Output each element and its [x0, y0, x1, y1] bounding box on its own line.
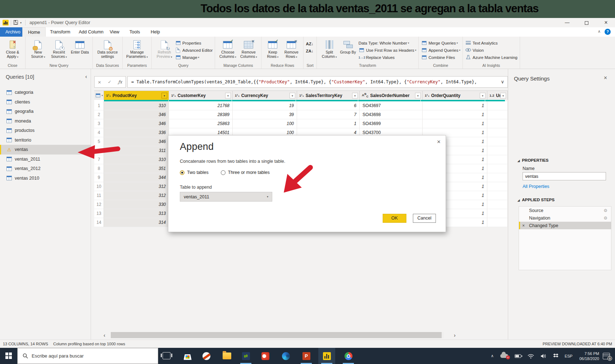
- column-header-SalesOrderNumber[interactable]: ABCSalesOrderNumber▾: [360, 91, 423, 100]
- table-cell[interactable]: 1: [297, 119, 360, 128]
- gear-icon[interactable]: ⚙: [603, 208, 607, 213]
- refresh-preview-button[interactable]: ↻ Refresh Preview▾: [154, 38, 175, 59]
- table-cell[interactable]: [487, 110, 508, 119]
- cancel-button[interactable]: Cancel: [413, 214, 436, 223]
- language-indicator[interactable]: ESP: [565, 354, 573, 358]
- taskbar-power-bi-button[interactable]: [318, 348, 335, 364]
- row-number[interactable]: 7: [94, 155, 104, 164]
- table-cell[interactable]: 1: [423, 119, 487, 128]
- start-button[interactable]: [0, 348, 17, 364]
- table-cell[interactable]: 313: [104, 209, 169, 218]
- ok-button[interactable]: OK: [383, 214, 406, 223]
- taskbar-powerpoint-button[interactable]: P: [298, 348, 315, 364]
- filter-dropdown-icon[interactable]: ▾: [500, 93, 506, 98]
- taskbar-app-button[interactable]: ⇄: [237, 348, 254, 364]
- table-cell[interactable]: [487, 128, 508, 137]
- row-number[interactable]: 5: [94, 137, 104, 146]
- sort-descending-button[interactable]: ZA↓: [306, 47, 313, 55]
- taskbar-clock[interactable]: 7:56 PM 06/18/2020: [579, 351, 599, 361]
- column-header-OrderQuantity[interactable]: 1²₃OrderQuantity▾: [423, 91, 487, 100]
- row-number[interactable]: 9: [94, 173, 104, 182]
- table-cell[interactable]: 346: [104, 110, 169, 119]
- tab-help[interactable]: Help: [145, 27, 165, 37]
- applied-step-Changed-Type[interactable]: ×Changed Type: [519, 222, 611, 229]
- table-cell[interactable]: SO43697: [360, 101, 423, 110]
- filter-dropdown-icon[interactable]: ▾: [225, 93, 231, 98]
- tab-view[interactable]: View: [104, 27, 125, 37]
- column-header-SalesTerritoryKey[interactable]: 1²₃SalesTerritoryKey▾: [297, 91, 360, 100]
- query-item-geografia[interactable]: geografia: [0, 107, 91, 116]
- split-column-button[interactable]: Split Column▾: [319, 38, 340, 59]
- filter-dropdown-icon[interactable]: ▾: [290, 93, 295, 98]
- scroll-left-icon[interactable]: ‹: [104, 332, 105, 338]
- group-by-button[interactable]: Group By: [340, 38, 356, 54]
- query-item-ventas[interactable]: ⚠ventas: [0, 145, 91, 155]
- collapse-queries-panel-icon[interactable]: ‹: [85, 73, 87, 79]
- table-cell[interactable]: 7: [297, 110, 360, 119]
- table-corner-button[interactable]: ▾: [94, 91, 104, 100]
- table-cell[interactable]: [487, 155, 508, 164]
- battery-icon[interactable]: [515, 354, 521, 358]
- manage-button[interactable]: Manage▾: [175, 54, 213, 61]
- new-source-button[interactable]: New Source▾: [28, 38, 49, 59]
- scroll-right-icon[interactable]: ›: [454, 332, 456, 338]
- save-icon[interactable]: [13, 20, 18, 25]
- azure-ml-button[interactable]: Azure Machine Learning: [465, 54, 518, 61]
- applied-steps-section-header[interactable]: ◢APPLIED STEPS: [518, 198, 555, 202]
- row-number[interactable]: 4: [94, 128, 104, 137]
- row-number[interactable]: 3: [94, 119, 104, 128]
- combine-files-button[interactable]: Combine Files: [421, 54, 460, 61]
- table-cell[interactable]: 21768: [169, 101, 233, 110]
- table-cell[interactable]: [487, 119, 508, 128]
- keep-rows-button[interactable]: ✓ Keep Rows▾: [264, 38, 282, 59]
- table-cell[interactable]: 311: [104, 146, 169, 155]
- query-item-ventas_2011[interactable]: ventas_2011: [0, 155, 91, 164]
- text-analytics-button[interactable]: Text Analytics: [465, 40, 518, 47]
- taskbar-search[interactable]: Escribe aquí para buscar: [17, 348, 158, 364]
- formula-bar[interactable]: = Table.TransformColumnTypes(ventas_2010…: [127, 76, 508, 88]
- row-number[interactable]: 2: [94, 110, 104, 119]
- row-number[interactable]: 6: [94, 146, 104, 155]
- table-cell[interactable]: 310: [104, 155, 169, 164]
- filter-dropdown-icon[interactable]: ▾: [415, 93, 421, 98]
- wifi-icon[interactable]: [528, 354, 534, 359]
- filter-dropdown-icon[interactable]: ▾: [480, 93, 486, 98]
- table-cell[interactable]: 312: [104, 182, 169, 191]
- query-settings-close-icon[interactable]: ×: [604, 75, 607, 81]
- two-tables-radio[interactable]: [180, 170, 184, 175]
- table-cell[interactable]: [487, 101, 508, 110]
- three-or-more-tables-label[interactable]: Three or more tables: [228, 170, 270, 175]
- gear-icon[interactable]: ⚙: [603, 216, 607, 221]
- row-number[interactable]: 12: [94, 200, 104, 209]
- column-header-CurrencyKey[interactable]: 1²₃CurrencyKey▾: [233, 91, 297, 100]
- volume-icon[interactable]: [541, 354, 547, 359]
- table-cell[interactable]: 1: [423, 110, 487, 119]
- taskbar-office-button[interactable]: [257, 348, 274, 364]
- table-cell[interactable]: 310: [104, 101, 169, 110]
- table-cell[interactable]: 336: [104, 128, 169, 137]
- table-cell[interactable]: 28389: [169, 110, 233, 119]
- query-item-categoria[interactable]: categoria: [0, 88, 91, 97]
- collapse-ribbon-icon[interactable]: ∧: [598, 29, 601, 34]
- remove-rows-button[interactable]: × Remove Rows▾: [282, 38, 301, 59]
- query-name-input[interactable]: [523, 172, 606, 180]
- table-cell[interactable]: 330: [104, 200, 169, 209]
- close-apply-button[interactable]: ×↑ Close & Apply▾: [2, 38, 23, 59]
- table-cell[interactable]: [487, 173, 508, 182]
- recent-sources-button[interactable]: Recent Sources▾: [49, 38, 69, 59]
- row-number[interactable]: 8: [94, 164, 104, 173]
- tab-transform[interactable]: Transform: [45, 27, 76, 37]
- row-number[interactable]: 11: [94, 191, 104, 200]
- taskbar-edge-button[interactable]: [277, 348, 294, 364]
- notification-center-icon[interactable]: 9: [603, 353, 610, 359]
- all-properties-link[interactable]: All Properties: [523, 184, 549, 189]
- task-view-icon[interactable]: [163, 352, 170, 359]
- query-item-territorio[interactable]: territorio: [0, 135, 91, 145]
- table-cell[interactable]: [487, 146, 508, 155]
- three-or-more-tables-radio[interactable]: [221, 170, 226, 175]
- dropbox-icon[interactable]: [553, 354, 558, 359]
- table-cell[interactable]: 346: [104, 119, 169, 128]
- table-cell[interactable]: 6: [297, 101, 360, 110]
- filter-dropdown-icon[interactable]: ▾: [161, 93, 167, 98]
- column-header-CustomerKey[interactable]: 1²₃CustomerKey▾: [169, 91, 233, 100]
